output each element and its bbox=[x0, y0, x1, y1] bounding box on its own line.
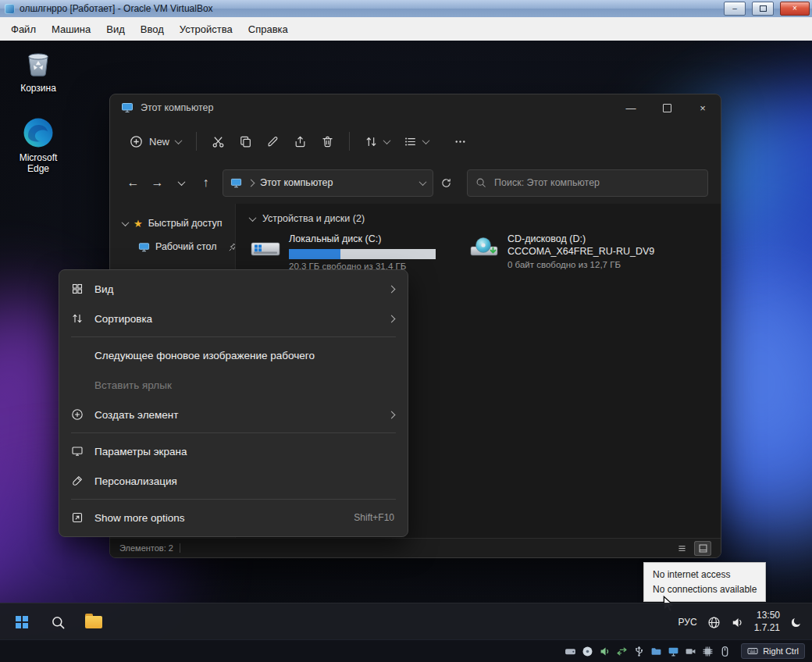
back-button[interactable]: ← bbox=[121, 171, 145, 195]
context-menu-item-new[interactable]: Создать элемент bbox=[63, 400, 404, 429]
taskbar-search-button[interactable] bbox=[42, 607, 73, 638]
context-menu-item-label: Создать элемент bbox=[94, 409, 379, 421]
explorer-minimize-button[interactable]: — bbox=[613, 94, 649, 121]
address-bar[interactable]: Этот компьютер bbox=[223, 169, 433, 197]
explorer-window-title: Этот компьютер bbox=[141, 102, 213, 113]
mouse-integration-status-icon[interactable] bbox=[719, 646, 731, 657]
vbox-menu-view[interactable]: Вид bbox=[98, 20, 133, 39]
explorer-status-bar: Элементов: 2 bbox=[110, 538, 721, 557]
drive-d-item[interactable]: CD-дисковод (D:) CCCOMA_X64FRE_RU-RU_DV9… bbox=[468, 233, 654, 271]
taskbar-file-explorer-button[interactable] bbox=[78, 607, 109, 638]
desktop-icon-recycle-bin[interactable]: Корзина bbox=[8, 45, 69, 94]
large-icons-view-toggle[interactable] bbox=[694, 541, 711, 556]
breadcrumb[interactable]: Этот компьютер bbox=[260, 177, 333, 188]
share-button[interactable] bbox=[287, 129, 314, 155]
quick-access-star-icon: ★ bbox=[134, 219, 143, 229]
address-dropdown-icon[interactable] bbox=[419, 178, 427, 186]
drive-c-usage-fill bbox=[289, 249, 340, 259]
open-in-new-icon bbox=[70, 511, 84, 524]
context-menu-item-show-more-options[interactable]: Show more options Shift+F10 bbox=[63, 503, 404, 532]
chevron-down-icon bbox=[175, 137, 183, 144]
context-menu-item-view[interactable]: Вид bbox=[63, 274, 404, 304]
audio-status-icon[interactable] bbox=[599, 646, 611, 657]
hdd-status-icon[interactable] bbox=[564, 646, 576, 657]
submenu-chevron-icon bbox=[388, 285, 396, 293]
chevron-down-icon bbox=[383, 137, 391, 144]
network-status-icon[interactable] bbox=[616, 646, 628, 657]
explorer-command-bar: New bbox=[110, 121, 721, 162]
sort-button[interactable] bbox=[358, 129, 397, 155]
explorer-titlebar[interactable]: Этот компьютер — × bbox=[110, 94, 721, 121]
explorer-navigation-bar: ← → ↑ Этот компьютер bbox=[110, 162, 721, 204]
display-status-icon[interactable] bbox=[668, 646, 679, 657]
features-status-icon[interactable] bbox=[702, 646, 714, 657]
context-menu-separator bbox=[71, 499, 396, 500]
shared-folders-status-icon[interactable] bbox=[650, 646, 662, 657]
section-devices-and-drives[interactable]: Устройства и диски (2) bbox=[250, 213, 707, 224]
vbox-menu-machine[interactable]: Машина bbox=[44, 20, 98, 39]
usb-status-icon[interactable] bbox=[633, 646, 645, 657]
context-menu-item-next-background[interactable]: Следующее фоновое изображение рабочего bbox=[63, 340, 404, 370]
vbox-menu-devices[interactable]: Устройства bbox=[172, 20, 240, 39]
new-button[interactable]: New bbox=[123, 129, 188, 155]
drive-c-item[interactable]: Локальный диск (C:) 20,3 ГБ свободно из … bbox=[250, 233, 436, 271]
desktop-icon-label: Корзина bbox=[20, 83, 56, 94]
start-button[interactable] bbox=[6, 607, 37, 638]
vbox-menu-file[interactable]: Файл bbox=[3, 20, 44, 39]
vbox-close-button[interactable]: × bbox=[780, 2, 810, 16]
vbox-minimize-button[interactable]: – bbox=[724, 2, 746, 16]
search-input[interactable] bbox=[493, 176, 700, 189]
context-menu-item-personalize[interactable]: Персонализация bbox=[63, 466, 404, 496]
chevron-down-icon bbox=[249, 214, 257, 222]
vbox-maximize-button[interactable] bbox=[752, 2, 774, 16]
context-menu-item-display-settings[interactable]: Параметры экрана bbox=[63, 436, 404, 466]
vbox-menu-input[interactable]: Ввод bbox=[133, 20, 172, 39]
up-button[interactable]: ↑ bbox=[194, 171, 218, 195]
network-globe-icon[interactable] bbox=[707, 616, 721, 629]
sidebar-item-desktop[interactable]: Рабочий стол bbox=[134, 235, 243, 258]
search-box[interactable] bbox=[467, 169, 708, 197]
refresh-button[interactable] bbox=[433, 170, 459, 196]
recording-status-icon[interactable] bbox=[685, 646, 696, 657]
brush-icon bbox=[70, 475, 84, 487]
host-key-indicator: Right Ctrl bbox=[741, 643, 805, 659]
search-icon bbox=[475, 177, 486, 188]
context-menu-shortcut: Shift+F10 bbox=[354, 512, 394, 523]
context-menu-separator bbox=[71, 336, 396, 337]
context-menu-item-paste-shortcut: Вставить ярлык bbox=[63, 370, 404, 400]
optical-drive-status-icon[interactable] bbox=[582, 646, 593, 657]
desktop-icon-microsoft-edge[interactable]: Microsoft Edge bbox=[8, 116, 69, 175]
volume-icon[interactable] bbox=[731, 616, 744, 629]
context-menu-separator bbox=[71, 432, 396, 433]
context-menu-item-sort[interactable]: Сортировка bbox=[63, 304, 404, 333]
language-indicator[interactable]: РУС bbox=[678, 617, 697, 628]
recent-locations-button[interactable] bbox=[169, 171, 194, 195]
drive-volume-label: CCCOMA_X64FRE_RU-RU_DV9 bbox=[508, 246, 654, 258]
sidebar-item-quick-access[interactable]: ★ Быстрый доступ bbox=[118, 212, 243, 235]
more-options-button[interactable] bbox=[447, 129, 474, 155]
copy-button[interactable] bbox=[232, 129, 259, 155]
chevron-down-icon bbox=[422, 137, 430, 144]
view-button[interactable] bbox=[397, 129, 436, 155]
cut-button[interactable] bbox=[205, 129, 232, 155]
details-view-toggle[interactable] bbox=[673, 541, 690, 556]
explorer-close-button[interactable]: × bbox=[685, 94, 721, 121]
do-not-disturb-moon-icon[interactable] bbox=[790, 616, 803, 628]
delete-button[interactable] bbox=[314, 129, 341, 155]
vbox-menu-help[interactable]: Справка bbox=[240, 20, 296, 39]
this-pc-icon bbox=[230, 177, 242, 189]
forward-button[interactable]: → bbox=[145, 171, 169, 195]
rename-button[interactable] bbox=[259, 129, 287, 155]
sidebar-item-label: Быстрый доступ bbox=[148, 218, 223, 229]
clock[interactable]: 13:50 1.7.21 bbox=[754, 610, 780, 634]
new-button-label: New bbox=[149, 136, 169, 148]
breadcrumb-chevron-icon bbox=[248, 179, 255, 187]
virtualbox-window: олшлгнрро [Работает] - Oracle VM Virtual… bbox=[0, 0, 812, 662]
vbox-titlebar[interactable]: олшлгнрро [Работает] - Oracle VM Virtual… bbox=[0, 0, 812, 18]
large-icons-view-icon bbox=[698, 543, 708, 553]
context-menu-item-label: Параметры экрана bbox=[94, 446, 397, 457]
vbox-menubar: Файл Машина Вид Ввод Устройства Справка bbox=[0, 17, 812, 41]
plus-circle-icon bbox=[130, 135, 143, 148]
drive-name: Локальный диск (C:) bbox=[289, 233, 436, 246]
explorer-maximize-button[interactable] bbox=[649, 94, 685, 121]
